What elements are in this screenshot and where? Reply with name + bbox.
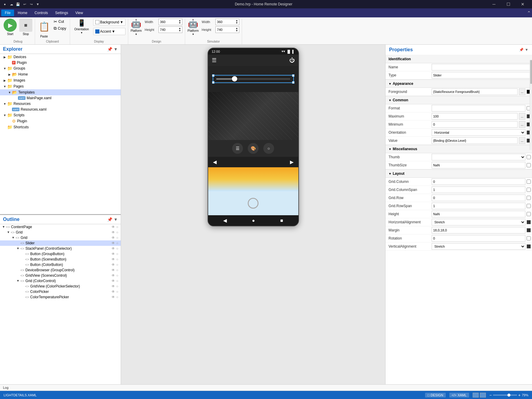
sp-circle-icon[interactable]: ○ [116,246,118,251]
ctp-circle-icon[interactable]: ○ [116,295,118,299]
design-height-input[interactable]: 740 ▲ ▼ [158,26,182,33]
cp2-circle-icon[interactable]: ○ [116,290,118,294]
outline-grid2[interactable]: ▼ <> Grid 👁 ○ [0,235,121,240]
undo-icon[interactable]: ↩ [22,2,27,7]
tree-item-scripts[interactable]: ▼ 📁 Scripts [0,112,121,118]
orientation-select[interactable]: Horizontal Vertical [432,129,525,136]
menu-settings[interactable]: Settings [52,10,72,16]
zoom-in-btn[interactable]: + [518,393,521,398]
zoom-slider[interactable] [493,395,517,396]
tree-item-templates[interactable]: ▼ 📂 Templates [0,89,121,95]
explorer-options-icon[interactable]: ▼ [114,47,118,52]
scrollbar-thumb[interactable] [530,60,532,84]
redo-icon[interactable]: ↪ [29,2,34,7]
circle-control-btn[interactable]: ○ [263,143,274,154]
gridcolspan-checkbox[interactable] [527,188,531,192]
outline-contentpage[interactable]: ▼ <> ContentPage 👁 ○ [0,224,121,230]
copy-button[interactable]: ⧉ Copy [52,25,67,31]
rotation-input[interactable] [432,235,525,242]
slider-eye-icon[interactable]: 👁 [111,241,115,245]
menu-controls[interactable]: Controls [31,10,52,16]
zoom-out-btn[interactable]: − [489,393,492,398]
power-icon[interactable]: ⏻ [289,57,295,64]
tree-item-pages[interactable]: ▼ 📁 Pages [0,83,121,89]
halign-select[interactable]: Stretch Left Center Right [432,219,525,225]
accent-button[interactable]: Accent ▼ [93,28,126,35]
minimum-ellipsis-btn[interactable]: ... [519,121,525,128]
gvs-eye-icon[interactable]: 👁 [111,273,115,278]
design-height-spinners[interactable]: ▲ ▼ [179,27,181,32]
height-checkbox[interactable] [527,212,531,216]
gvc-circle-icon[interactable]: ○ [116,284,118,288]
outline-colortemppicker[interactable]: <> ColorTemperaturePicker 👁 ○ [0,294,121,300]
grid1-circle-icon[interactable]: ○ [116,230,118,234]
db-eye-icon[interactable]: 👁 [111,268,115,272]
tree-item-resourcesxaml[interactable]: xaml Resources.xaml [0,107,121,112]
design-view-button[interactable]: □ DESIGN [425,393,446,398]
maximum-ellipsis-btn[interactable]: ... [519,113,525,120]
margin-color-swatch[interactable] [527,228,531,232]
btn-group-circle-icon[interactable]: ○ [116,252,118,256]
outline-options-icon[interactable]: ▼ [114,217,118,222]
stackpanel-arrow[interactable]: ▼ [16,247,20,250]
value-ellipsis-btn[interactable]: ... [519,137,525,144]
thumbsize-checkbox[interactable] [527,163,531,167]
tree-item-mainpage[interactable]: xaml MainPage.xaml [0,95,121,101]
type-input[interactable] [432,72,531,79]
format-input[interactable] [432,105,525,112]
valign-color-swatch[interactable] [527,244,531,249]
db-circle-icon[interactable]: ○ [116,268,118,272]
ctp-eye-icon[interactable]: 👁 [111,295,115,299]
background-button[interactable]: Background ▼ [93,19,126,26]
tree-item-devices[interactable]: ▶ 📁 Devices [0,54,121,60]
gridrowspan-input[interactable] [432,203,525,209]
grid1-eye-icon[interactable]: 👁 [111,230,115,234]
recent-btn[interactable]: ■ [280,218,283,223]
cp-eye-icon[interactable]: 👁 [111,225,115,229]
menu-collapse-icon[interactable]: ⌃ [527,10,531,16]
sim-height-input[interactable]: 740 ▲ ▼ [215,26,239,33]
grid2-circle-icon[interactable]: ○ [116,236,118,240]
zoom-slider-thumb[interactable] [507,394,510,397]
start-button[interactable]: ▶ [4,19,17,32]
halign-color-swatch[interactable] [527,220,531,224]
home-btn[interactable]: ● [252,218,255,223]
grid2-arrow[interactable]: ▼ [11,236,16,239]
tree-item-resources[interactable]: ▼ 📁 Resources [0,101,121,107]
design-platform-button[interactable]: 🤖 Platform ▼ [131,19,142,36]
palette-control-btn[interactable]: 🎨 [248,143,259,154]
maximize-button[interactable]: ☐ [501,0,515,8]
sim-width-down[interactable]: ▼ [235,22,238,24]
height-input[interactable] [432,211,525,217]
minimum-input[interactable] [432,121,518,128]
design-height-down[interactable]: ▼ [179,30,181,32]
single-view-btn[interactable] [473,393,479,398]
appearance-section-header[interactable]: ▼ Appearance [386,79,532,88]
layout-section-header[interactable]: ▼ Layout [386,169,532,178]
sim-height-spinners[interactable]: ▲ ▼ [235,27,238,32]
split-view-btn[interactable] [480,393,486,398]
sim-width-spinners[interactable]: ▲ ▼ [235,19,238,24]
devices-arrow[interactable]: ▶ [2,55,7,59]
outline-grid-color[interactable]: ▼ <> Grid (ColorControl) 👁 ○ [0,278,121,284]
cp2-eye-icon[interactable]: 👁 [111,290,115,294]
foreground-input[interactable] [432,88,518,95]
gvs-circle-icon[interactable]: ○ [116,273,118,278]
groups-arrow[interactable]: ▼ [2,67,7,70]
resources-arrow[interactable]: ▼ [2,102,7,106]
thumb-select[interactable] [432,154,525,160]
sim-height-down[interactable]: ▼ [235,30,238,32]
simulator-platform-button[interactable]: 🤖 Platform ▼ [188,19,199,36]
close-button[interactable]: ✕ [516,0,530,8]
xaml-view-button[interactable]: </> XAML [449,393,469,398]
templates-arrow[interactable]: ▼ [7,91,12,94]
btn-color-eye-icon[interactable]: 👁 [111,263,115,267]
btn-scenes-eye-icon[interactable]: 👁 [111,257,115,261]
valign-select[interactable]: Stretch Top Center Bottom [432,243,525,250]
btn-color-circle-icon[interactable]: ○ [116,263,118,267]
gridrow-input[interactable] [432,195,525,201]
sp-eye-icon[interactable]: 👁 [111,246,115,251]
gridcol-input[interactable] [432,178,525,185]
tree-item-home[interactable]: ▶ 📂 Home [0,71,121,77]
save-icon[interactable]: 💾 [16,2,20,7]
